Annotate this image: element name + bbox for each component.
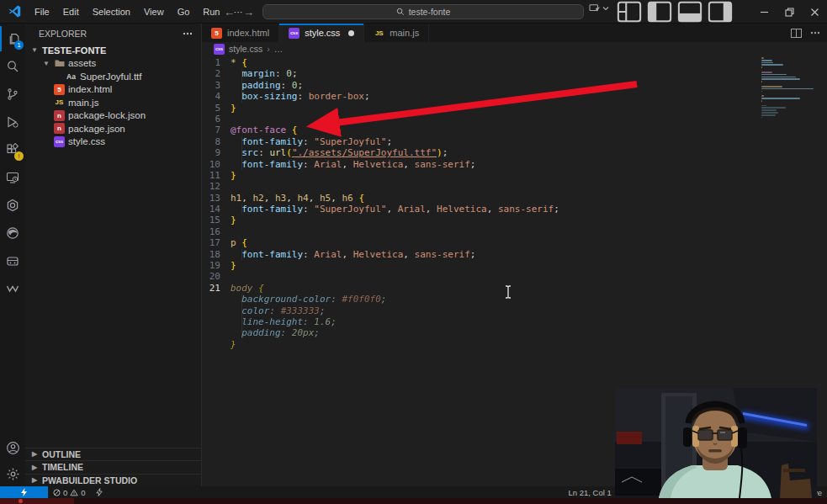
- error-count: 0: [63, 488, 67, 497]
- activity-files-icon[interactable]: 1: [0, 26, 25, 51]
- toggle-secondary-sidebar-icon[interactable]: [708, 0, 733, 24]
- breadcrumb[interactable]: css style.css › …: [202, 42, 827, 56]
- explorer-more-actions-icon[interactable]: [183, 32, 193, 35]
- split-editor-icon[interactable]: [791, 29, 802, 38]
- tab-index-html[interactable]: 5index.html: [202, 24, 279, 42]
- tree-item-package-json[interactable]: npackage.json: [25, 122, 201, 135]
- editor-more-actions-icon[interactable]: [810, 31, 820, 34]
- tree-item-superjoyful-ttf[interactable]: AaSuperJoyful.ttf: [25, 70, 201, 83]
- minimap-line: [761, 78, 800, 80]
- minimap-line: [761, 91, 762, 93]
- activity-search-icon[interactable]: [0, 54, 25, 79]
- code-text: color: #333333;: [231, 305, 326, 316]
- minimap-line: [761, 88, 814, 90]
- close-button[interactable]: [802, 0, 827, 24]
- text-cursor-pointer: [504, 285, 512, 299]
- code-text: src: url("./assets/SuperJoyful.ttf");: [231, 147, 448, 158]
- lightning-status-button[interactable]: [91, 488, 108, 496]
- css-file-icon: css: [214, 44, 225, 55]
- minimap-line: [761, 98, 800, 99]
- activity-run-debug-icon[interactable]: [0, 109, 25, 135]
- folder-file-icon: [54, 58, 65, 69]
- code-line: 17p {: [202, 237, 827, 248]
- line-number: 8: [202, 136, 231, 147]
- code-line: 4 box-sizing: border-box;: [202, 91, 827, 102]
- indent-guide: [241, 68, 242, 79]
- code-text: line-height: 1.6;: [231, 316, 337, 327]
- tree-item-teste-fonte[interactable]: ▼TESTE-FONTE: [25, 44, 201, 57]
- tab-main-js[interactable]: JSmain.js: [364, 24, 429, 42]
- code-line: 18 font-family: Arial, Helvetica, sans-s…: [202, 249, 827, 260]
- minimap-line: [761, 66, 762, 68]
- code-line: 6: [202, 114, 827, 125]
- minimap[interactable]: [761, 57, 820, 119]
- line-number: 10: [202, 159, 231, 170]
- modified-dot-icon[interactable]: [348, 30, 354, 36]
- remote-indicator[interactable]: [0, 486, 48, 498]
- activity-wakatime-icon[interactable]: [0, 276, 25, 301]
- nav-forward-icon[interactable]: →: [243, 6, 254, 19]
- line-number: [202, 339, 231, 350]
- minimap-line: [761, 114, 776, 116]
- line-number: [202, 327, 231, 338]
- line-number: 21: [202, 283, 231, 294]
- tree-item-main-js[interactable]: JSmain.js: [25, 96, 201, 109]
- menu-item-run[interactable]: Run: [196, 0, 226, 24]
- activity-live-preview-icon[interactable]: [0, 165, 25, 190]
- menu-item-view[interactable]: View: [137, 0, 171, 24]
- video-progress-dot: [19, 499, 23, 503]
- font-file-icon: Aa: [66, 71, 77, 82]
- tree-item-label: main.js: [68, 98, 98, 108]
- toggle-panel-icon[interactable]: [677, 0, 702, 24]
- warnings-icon: [70, 489, 78, 496]
- css-file-icon: css: [289, 28, 300, 39]
- minimize-button[interactable]: [751, 0, 777, 24]
- section-label: OUTLINE: [42, 449, 81, 459]
- html-file-icon: 5: [54, 84, 65, 95]
- code-line: 21body {: [202, 283, 827, 294]
- chevron-down-icon: ▼: [30, 46, 39, 54]
- menu-item-go[interactable]: Go: [171, 0, 197, 24]
- webcam-overlay: [615, 388, 817, 498]
- activity-box-extension-icon[interactable]: [0, 248, 25, 273]
- nav-back-icon[interactable]: ←: [224, 6, 235, 19]
- indent-guide: [241, 204, 242, 215]
- tree-item-index-html[interactable]: 5index.html: [25, 83, 201, 97]
- file-tree: ▼TESTE-FONTE▼assetsAaSuperJoyful.ttf5ind…: [25, 44, 201, 148]
- code-text: font-family: Arial, Helvetica, sans-seri…: [231, 249, 475, 260]
- activity-hexagon-tool-icon[interactable]: [0, 193, 25, 218]
- sidebar-section-outline[interactable]: ▶OUTLINE: [25, 448, 201, 461]
- line-number: 14: [202, 204, 231, 215]
- activity-settings-gear-icon[interactable]: [0, 461, 25, 486]
- restore-button[interactable]: [777, 0, 802, 24]
- breadcrumb-file: style.css: [229, 44, 262, 54]
- problems-indicator[interactable]: 0 0: [48, 488, 91, 497]
- code-text: box-sizing: border-box;: [231, 91, 370, 102]
- tree-item-style-css[interactable]: cssstyle.css: [25, 135, 201, 149]
- explorer-sidebar: EXPLORER ▼TESTE-FONTE▼assetsAaSuperJoyfu…: [25, 24, 202, 486]
- tree-item-assets[interactable]: ▼assets: [25, 57, 201, 71]
- menu-item-file[interactable]: File: [28, 0, 56, 24]
- status-ln-21-col-1[interactable]: Ln 21, Col 1: [564, 488, 617, 497]
- toggle-sidebar-icon[interactable]: [647, 0, 672, 24]
- command-center-search[interactable]: teste-fonte: [262, 4, 584, 19]
- customize-layout-icon[interactable]: [617, 0, 642, 24]
- minimap-line: [761, 107, 786, 109]
- tree-item-label: TESTE-FONTE: [42, 45, 106, 56]
- sidebar-section-timeline[interactable]: ▶TIMELINE: [25, 460, 201, 474]
- sidebar-section-pwabuilder-studio[interactable]: ▶PWABUILDER STUDIO: [25, 474, 201, 487]
- code-text: }: [231, 339, 236, 350]
- activity-source-control-icon[interactable]: [0, 82, 25, 107]
- code-text: body {: [231, 283, 264, 294]
- tab-style-css[interactable]: cssstyle.css: [279, 24, 364, 42]
- menu-item-selection[interactable]: Selection: [86, 0, 137, 24]
- screencast-button[interactable]: [589, 3, 609, 13]
- search-icon: [396, 8, 405, 16]
- minimap-line: [761, 72, 772, 73]
- activity-extensions-icon[interactable]: !: [0, 137, 25, 162]
- menu-item-edit[interactable]: Edit: [56, 0, 86, 24]
- minimap-line: [761, 77, 796, 78]
- tree-item-package-lock-json[interactable]: npackage-lock.json: [25, 109, 201, 123]
- activity-account-icon[interactable]: [0, 435, 25, 460]
- activity-browser-swirl-icon[interactable]: [0, 220, 25, 246]
